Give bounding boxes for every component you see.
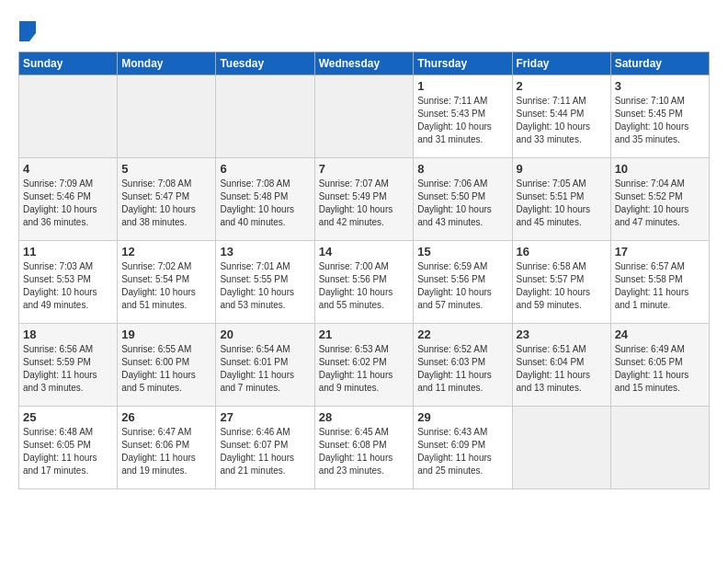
day-number: 20 — [220, 327, 310, 341]
day-number: 18 — [23, 327, 113, 341]
day-number: 29 — [417, 410, 507, 424]
day-info: Sunrise: 6:59 AM Sunset: 5:56 PM Dayligh… — [417, 260, 507, 312]
calendar-cell: 2Sunrise: 7:11 AM Sunset: 5:44 PM Daylig… — [512, 75, 610, 158]
day-info: Sunrise: 6:52 AM Sunset: 6:03 PM Dayligh… — [417, 343, 507, 395]
calendar-cell: 15Sunrise: 6:59 AM Sunset: 5:56 PM Dayli… — [414, 241, 512, 324]
week-row-2: 4Sunrise: 7:09 AM Sunset: 5:46 PM Daylig… — [19, 158, 710, 241]
day-number: 14 — [319, 245, 410, 259]
day-info: Sunrise: 6:45 AM Sunset: 6:08 PM Dayligh… — [319, 426, 410, 477]
days-of-week-header: SundayMondayTuesdayWednesdayThursdayFrid… — [19, 52, 710, 75]
calendar-cell: 27Sunrise: 6:46 AM Sunset: 6:07 PM Dayli… — [216, 407, 314, 489]
day-info: Sunrise: 7:11 AM Sunset: 5:44 PM Dayligh… — [517, 95, 607, 146]
dow-thursday: Thursday — [414, 52, 512, 75]
day-number: 11 — [23, 245, 113, 259]
day-info: Sunrise: 7:08 AM Sunset: 5:48 PM Dayligh… — [220, 178, 310, 229]
day-number: 24 — [615, 327, 705, 341]
week-row-4: 18Sunrise: 6:56 AM Sunset: 5:59 PM Dayli… — [19, 324, 710, 407]
logo-icon — [19, 21, 36, 41]
calendar-cell: 12Sunrise: 7:02 AM Sunset: 5:54 PM Dayli… — [118, 241, 216, 324]
day-info: Sunrise: 6:48 AM Sunset: 6:05 PM Dayligh… — [23, 426, 113, 477]
day-info: Sunrise: 6:58 AM Sunset: 5:57 PM Dayligh… — [517, 260, 607, 312]
day-info: Sunrise: 7:05 AM Sunset: 5:51 PM Dayligh… — [517, 178, 607, 229]
day-info: Sunrise: 7:10 AM Sunset: 5:45 PM Dayligh… — [615, 95, 705, 146]
dow-monday: Monday — [118, 52, 216, 75]
calendar-cell: 8Sunrise: 7:06 AM Sunset: 5:50 PM Daylig… — [414, 158, 512, 241]
calendar-cell: 22Sunrise: 6:52 AM Sunset: 6:03 PM Dayli… — [414, 324, 512, 407]
calendar-cell: 25Sunrise: 6:48 AM Sunset: 6:05 PM Dayli… — [19, 407, 118, 489]
day-number: 6 — [220, 162, 310, 176]
calendar-cell: 7Sunrise: 7:07 AM Sunset: 5:49 PM Daylig… — [314, 158, 414, 241]
day-number: 5 — [121, 162, 211, 176]
day-number: 19 — [121, 327, 211, 341]
calendar-cell: 23Sunrise: 6:51 AM Sunset: 6:04 PM Dayli… — [512, 324, 610, 407]
calendar-cell: 29Sunrise: 6:43 AM Sunset: 6:09 PM Dayli… — [414, 407, 512, 489]
day-info: Sunrise: 6:56 AM Sunset: 5:59 PM Dayligh… — [23, 343, 113, 395]
day-number: 26 — [121, 410, 211, 424]
day-number: 12 — [121, 245, 211, 259]
day-number: 4 — [23, 162, 113, 176]
day-info: Sunrise: 7:00 AM Sunset: 5:56 PM Dayligh… — [319, 260, 410, 312]
day-info: Sunrise: 7:07 AM Sunset: 5:49 PM Dayligh… — [319, 178, 410, 229]
day-number: 13 — [220, 245, 310, 259]
day-number: 27 — [220, 410, 310, 424]
calendar-cell: 18Sunrise: 6:56 AM Sunset: 5:59 PM Dayli… — [19, 324, 118, 407]
day-number: 7 — [319, 162, 410, 176]
day-number: 21 — [319, 327, 410, 341]
calendar-cell: 26Sunrise: 6:47 AM Sunset: 6:06 PM Dayli… — [118, 407, 216, 489]
dow-friday: Friday — [512, 52, 610, 75]
day-info: Sunrise: 6:53 AM Sunset: 6:02 PM Dayligh… — [319, 343, 410, 395]
day-number: 28 — [319, 410, 410, 424]
calendar-cell: 11Sunrise: 7:03 AM Sunset: 5:53 PM Dayli… — [19, 241, 118, 324]
day-info: Sunrise: 7:01 AM Sunset: 5:55 PM Dayligh… — [220, 260, 310, 312]
calendar-cell — [512, 407, 610, 489]
calendar-cell: 1Sunrise: 7:11 AM Sunset: 5:43 PM Daylig… — [414, 75, 512, 158]
day-info: Sunrise: 6:47 AM Sunset: 6:06 PM Dayligh… — [121, 426, 211, 477]
calendar-cell: 16Sunrise: 6:58 AM Sunset: 5:57 PM Dayli… — [512, 241, 610, 324]
calendar-cell: 21Sunrise: 6:53 AM Sunset: 6:02 PM Dayli… — [314, 324, 414, 407]
day-number: 1 — [417, 79, 507, 93]
day-info: Sunrise: 7:03 AM Sunset: 5:53 PM Dayligh… — [23, 260, 113, 312]
logo — [18, 18, 37, 42]
calendar-cell: 13Sunrise: 7:01 AM Sunset: 5:55 PM Dayli… — [216, 241, 314, 324]
week-row-3: 11Sunrise: 7:03 AM Sunset: 5:53 PM Dayli… — [19, 241, 710, 324]
calendar-cell — [216, 75, 314, 158]
day-info: Sunrise: 6:43 AM Sunset: 6:09 PM Dayligh… — [417, 426, 507, 477]
day-number: 8 — [417, 162, 507, 176]
day-info: Sunrise: 7:02 AM Sunset: 5:54 PM Dayligh… — [121, 260, 211, 312]
calendar-cell — [314, 75, 414, 158]
week-row-5: 25Sunrise: 6:48 AM Sunset: 6:05 PM Dayli… — [19, 407, 710, 489]
day-info: Sunrise: 7:08 AM Sunset: 5:47 PM Dayligh… — [121, 178, 211, 229]
calendar-cell: 5Sunrise: 7:08 AM Sunset: 5:47 PM Daylig… — [118, 158, 216, 241]
calendar-cell: 24Sunrise: 6:49 AM Sunset: 6:05 PM Dayli… — [610, 324, 709, 407]
day-info: Sunrise: 7:11 AM Sunset: 5:43 PM Dayligh… — [417, 95, 507, 146]
day-info: Sunrise: 6:55 AM Sunset: 6:00 PM Dayligh… — [121, 343, 211, 395]
day-number: 9 — [517, 162, 607, 176]
day-info: Sunrise: 7:06 AM Sunset: 5:50 PM Dayligh… — [417, 178, 507, 229]
calendar-cell: 6Sunrise: 7:08 AM Sunset: 5:48 PM Daylig… — [216, 158, 314, 241]
calendar-body: 1Sunrise: 7:11 AM Sunset: 5:43 PM Daylig… — [19, 75, 710, 489]
day-number: 3 — [615, 79, 705, 93]
day-number: 10 — [615, 162, 705, 176]
dow-saturday: Saturday — [610, 52, 709, 75]
page-header — [18, 18, 710, 42]
day-info: Sunrise: 6:51 AM Sunset: 6:04 PM Dayligh… — [517, 343, 607, 395]
day-number: 2 — [517, 79, 607, 93]
calendar-table: SundayMondayTuesdayWednesdayThursdayFrid… — [18, 52, 710, 489]
day-number: 15 — [417, 245, 507, 259]
dow-wednesday: Wednesday — [314, 52, 414, 75]
day-info: Sunrise: 6:57 AM Sunset: 5:58 PM Dayligh… — [615, 260, 705, 312]
day-info: Sunrise: 6:46 AM Sunset: 6:07 PM Dayligh… — [220, 426, 310, 477]
calendar-cell: 17Sunrise: 6:57 AM Sunset: 5:58 PM Dayli… — [610, 241, 709, 324]
day-number: 17 — [615, 245, 705, 259]
calendar-cell: 4Sunrise: 7:09 AM Sunset: 5:46 PM Daylig… — [19, 158, 118, 241]
svg-marker-0 — [19, 21, 36, 41]
day-info: Sunrise: 7:04 AM Sunset: 5:52 PM Dayligh… — [615, 178, 705, 229]
day-number: 23 — [517, 327, 607, 341]
day-number: 25 — [23, 410, 113, 424]
calendar-cell: 9Sunrise: 7:05 AM Sunset: 5:51 PM Daylig… — [512, 158, 610, 241]
calendar-cell — [118, 75, 216, 158]
day-info: Sunrise: 7:09 AM Sunset: 5:46 PM Dayligh… — [23, 178, 113, 229]
day-info: Sunrise: 6:54 AM Sunset: 6:01 PM Dayligh… — [220, 343, 310, 395]
dow-sunday: Sunday — [19, 52, 118, 75]
calendar-cell: 10Sunrise: 7:04 AM Sunset: 5:52 PM Dayli… — [610, 158, 709, 241]
